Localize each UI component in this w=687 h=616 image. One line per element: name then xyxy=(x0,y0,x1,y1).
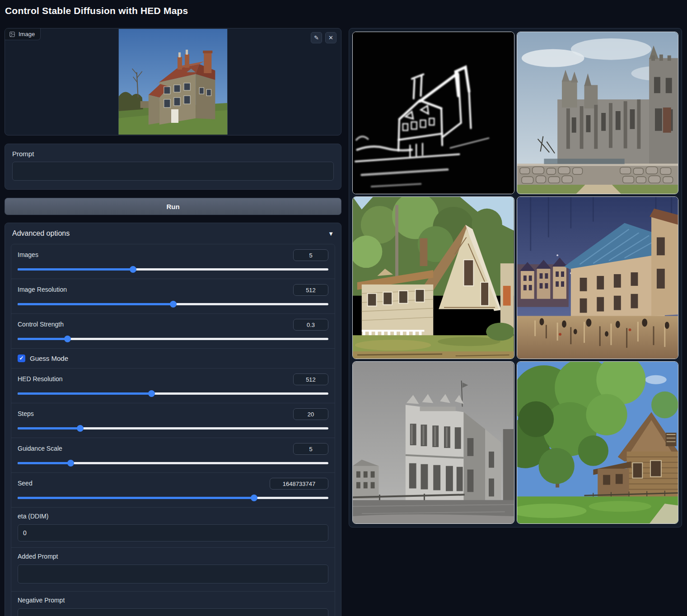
hed-resolution-slider[interactable] xyxy=(18,390,328,397)
control-strength-slider[interactable] xyxy=(18,336,328,342)
steps-label: Steps xyxy=(18,408,34,417)
guess-mode-label: Guess Mode xyxy=(30,355,68,362)
uploaded-image[interactable] xyxy=(119,29,228,135)
image-resolution-slider[interactable] xyxy=(18,301,328,308)
guess-mode-checkbox[interactable]: ✓ xyxy=(18,355,25,362)
hed-edge-map-image xyxy=(353,32,514,194)
advanced-options-header[interactable]: Advanced options ▼ xyxy=(5,223,341,243)
seed-slider-handle[interactable] xyxy=(251,495,257,501)
advanced-options-form: Images Image Resolution xyxy=(11,244,335,616)
guidance-scale-value-input[interactable] xyxy=(293,443,328,455)
image-component-label: Image xyxy=(5,28,41,40)
seed-row: Seed xyxy=(11,473,335,508)
prompt-label: Prompt xyxy=(12,150,334,158)
seed-slider[interactable] xyxy=(18,495,328,501)
steps-value-input[interactable] xyxy=(293,408,328,420)
seed-value-input[interactable] xyxy=(270,478,328,490)
output-gallery xyxy=(349,28,682,527)
grayscale-building-image xyxy=(353,362,514,523)
added-prompt-label: Added Prompt xyxy=(18,553,328,560)
gallery-item-impressionist-street[interactable] xyxy=(517,196,679,359)
wooden-house-image xyxy=(353,197,514,359)
guidance-scale-slider-handle[interactable] xyxy=(67,460,74,467)
guess-mode-row: ✓ Guess Mode xyxy=(11,349,335,369)
guidance-scale-row: Guidance Scale xyxy=(11,438,335,473)
gallery-item-stone-cathedral[interactable] xyxy=(517,32,679,194)
image-component-label-text: Image xyxy=(19,31,35,37)
hed-resolution-slider-handle[interactable] xyxy=(148,390,155,397)
steps-slider-handle[interactable] xyxy=(77,425,84,432)
advanced-options-panel: Advanced options ▼ Images Image Resoluti… xyxy=(5,223,341,616)
page-title: Control Stable Diffusion with HED Maps xyxy=(5,5,188,16)
impressionist-street-image xyxy=(517,197,678,359)
hed-resolution-label: HED Resolution xyxy=(18,373,63,383)
gallery-item-wooden-house[interactable] xyxy=(352,196,514,359)
uploaded-house-photo xyxy=(119,29,228,135)
gallery-item-hed-edge-map[interactable] xyxy=(352,32,514,194)
seed-label: Seed xyxy=(18,478,33,487)
guidance-scale-label: Guidance Scale xyxy=(18,443,62,452)
negative-prompt-input[interactable] xyxy=(18,608,328,616)
images-value-input[interactable] xyxy=(293,249,328,261)
advanced-options-title: Advanced options xyxy=(12,229,70,238)
image-resolution-label: Image Resolution xyxy=(18,284,67,293)
hed-resolution-value-input[interactable] xyxy=(293,373,328,385)
image-resolution-slider-handle[interactable] xyxy=(170,301,177,308)
stone-cathedral-image xyxy=(517,32,678,194)
controls-column: Image ✎ ✕ xyxy=(5,28,341,616)
control-strength-value-input[interactable] xyxy=(293,319,328,331)
images-row: Images xyxy=(11,244,335,279)
gallery-item-house-with-trees[interactable] xyxy=(517,361,679,524)
steps-row: Steps xyxy=(11,403,335,438)
eta-row: eta (DDIM) xyxy=(11,508,335,548)
added-prompt-input[interactable] xyxy=(18,565,328,583)
images-slider[interactable] xyxy=(18,266,328,273)
images-label: Images xyxy=(18,249,38,258)
run-button[interactable]: Run xyxy=(5,198,341,215)
control-strength-label: Control Strength xyxy=(18,319,64,328)
images-slider-handle[interactable] xyxy=(130,266,136,273)
input-image-panel: Image ✎ ✕ xyxy=(5,28,341,135)
control-strength-row: Control Strength xyxy=(11,314,335,349)
added-prompt-row: Added Prompt xyxy=(11,548,335,592)
image-actions: ✎ ✕ xyxy=(311,32,336,43)
hed-resolution-row: HED Resolution xyxy=(11,369,335,403)
prompt-panel: Prompt xyxy=(5,144,341,190)
clear-image-button[interactable]: ✕ xyxy=(325,32,336,43)
steps-slider[interactable] xyxy=(18,425,328,432)
control-strength-slider-handle[interactable] xyxy=(64,336,71,342)
check-icon: ✓ xyxy=(19,355,23,361)
image-resolution-value-input[interactable] xyxy=(293,284,328,296)
negative-prompt-label: Negative Prompt xyxy=(18,597,328,604)
gallery-item-grayscale-building[interactable] xyxy=(352,361,514,524)
prompt-input[interactable] xyxy=(12,162,334,181)
image-icon xyxy=(9,31,15,37)
image-resolution-row: Image Resolution xyxy=(11,279,335,314)
eta-label: eta (DDIM) xyxy=(18,513,328,520)
guidance-scale-slider[interactable] xyxy=(18,460,328,467)
eta-input[interactable] xyxy=(18,524,328,541)
edit-image-button[interactable]: ✎ xyxy=(311,32,322,43)
house-with-trees-image xyxy=(517,362,678,523)
negative-prompt-row: Negative Prompt xyxy=(11,592,335,616)
pencil-icon: ✎ xyxy=(314,34,319,41)
close-icon: ✕ xyxy=(328,34,333,41)
chevron-down-icon: ▼ xyxy=(328,230,334,237)
